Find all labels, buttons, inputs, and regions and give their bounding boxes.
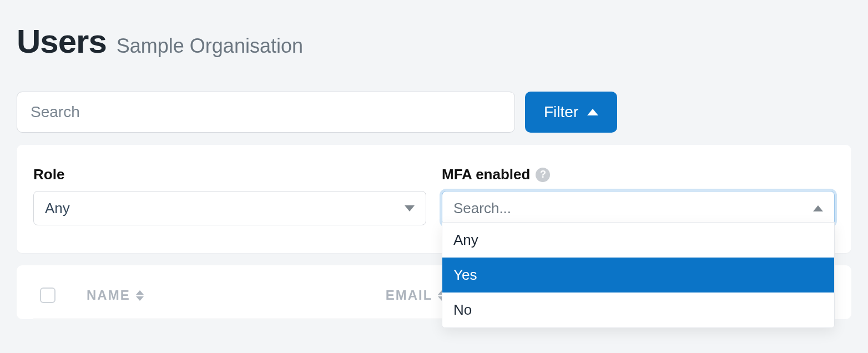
column-header-email[interactable]: EMAIL <box>386 288 446 303</box>
filter-toggle-button[interactable]: Filter <box>525 92 617 133</box>
search-row: Filter <box>17 92 851 133</box>
column-header-name[interactable]: NAME <box>87 288 144 303</box>
column-name-label: NAME <box>87 288 130 303</box>
filter-role-label: Role <box>33 166 64 183</box>
sort-icon <box>136 290 144 301</box>
mfa-option-yes[interactable]: Yes <box>442 258 834 293</box>
mfa-option-any[interactable]: Any <box>442 223 834 258</box>
filter-role: Role Any <box>33 166 426 225</box>
role-select[interactable]: Any <box>33 191 426 225</box>
mfa-select[interactable]: Search... <box>442 191 835 225</box>
chevron-up-icon <box>813 205 823 211</box>
filter-mfa: MFA enabled ? Search... Any Yes No <box>442 166 835 225</box>
filter-role-label-row: Role <box>33 166 426 183</box>
filter-panel: Role Any MFA enabled ? Search... Any Yes… <box>17 145 851 253</box>
search-input[interactable] <box>17 92 515 133</box>
select-all-checkbox[interactable] <box>40 288 55 303</box>
caret-up-icon <box>587 109 598 115</box>
users-page: Users Sample Organisation Filter Role An… <box>0 0 868 319</box>
page-title: Users <box>17 22 107 60</box>
mfa-dropdown: Any Yes No <box>442 222 835 328</box>
help-icon[interactable]: ? <box>536 168 550 182</box>
role-select-value: Any <box>45 200 70 217</box>
mfa-select-placeholder: Search... <box>453 200 511 217</box>
mfa-option-no[interactable]: No <box>442 293 834 327</box>
filter-mfa-label: MFA enabled <box>442 166 530 183</box>
page-header: Users Sample Organisation <box>17 22 851 60</box>
page-subtitle: Sample Organisation <box>117 34 303 58</box>
column-email-label: EMAIL <box>386 288 433 303</box>
chevron-down-icon <box>405 205 415 211</box>
filter-button-label: Filter <box>544 103 578 121</box>
filter-mfa-label-row: MFA enabled ? <box>442 166 835 183</box>
